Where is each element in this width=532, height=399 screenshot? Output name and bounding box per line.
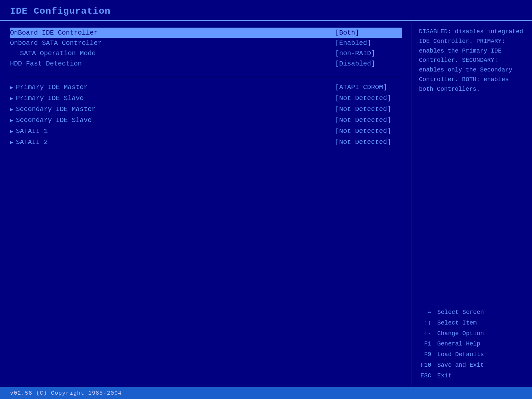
key-legend: ↔Select Screen↑↓Select Item+-Change Opti… [419, 308, 525, 381]
key-row-5: F10Save and Exit [419, 361, 525, 370]
key-sym-5: F10 [419, 361, 437, 370]
submenu-arrow-4: ▶ [10, 128, 13, 135]
key-sym-2: +- [419, 329, 437, 338]
submenu-row-1[interactable]: ▶Primary IDE Slave[Not Detected] [10, 93, 402, 104]
key-desc-2: Change Option [437, 329, 525, 338]
key-row-4: F9Load Defaults [419, 350, 525, 359]
key-sym-0: ↔ [419, 308, 437, 317]
config-row-0[interactable]: OnBoard IDE Controller[Both] [10, 28, 402, 38]
submenu-label-4: SATAII 1 [16, 127, 329, 135]
submenu-value-3: [Not Detected] [329, 116, 402, 124]
config-value-0: [Both] [329, 29, 402, 37]
key-desc-6: Exit [437, 371, 525, 381]
key-row-2: +-Change Option [419, 329, 525, 338]
key-row-6: ESCExit [419, 371, 525, 381]
submenu-row-2[interactable]: ▶Secondary IDE Master[Not Detected] [10, 104, 402, 115]
config-row-3[interactable]: HDD Fast Detection[Disabled] [10, 59, 402, 69]
submenu-label-2: Secondary IDE Master [16, 105, 329, 113]
key-sym-3: F1 [419, 339, 437, 349]
submenu-arrow-1: ▶ [10, 95, 13, 102]
submenu-label-5: SATAII 2 [16, 138, 329, 146]
submenu-label-1: Primary IDE Slave [16, 94, 329, 102]
submenu-value-1: [Not Detected] [329, 94, 402, 102]
footer: v02.58 (C) Copyright 1985-2004 [0, 387, 532, 399]
config-row-1[interactable]: Onboard SATA Controller[Enabled] [10, 38, 402, 48]
key-row-0: ↔Select Screen [419, 308, 525, 317]
config-row-2[interactable]: SATA Operation Mode[non-RAID] [10, 48, 402, 59]
submenu-arrow-3: ▶ [10, 117, 13, 124]
key-desc-0: Select Screen [437, 308, 525, 317]
submenu-value-5: [Not Detected] [329, 138, 402, 146]
submenu-row-3[interactable]: ▶Secondary IDE Slave[Not Detected] [10, 115, 402, 126]
submenu-value-4: [Not Detected] [329, 127, 402, 135]
config-label-2: SATA Operation Mode [10, 50, 329, 57]
submenu-arrow-5: ▶ [10, 139, 13, 146]
key-desc-1: Select Item [437, 319, 525, 328]
key-sym-1: ↑↓ [419, 319, 437, 328]
key-desc-5: Save and Exit [437, 361, 525, 370]
config-value-2: [non-RAID] [329, 50, 402, 57]
right-panel: DISABLED: disables integrated IDE Contro… [412, 21, 532, 387]
key-sym-6: ESC [419, 371, 437, 381]
bios-screen: IDE Configuration OnBoard IDE Controller… [0, 0, 532, 399]
key-row-3: F1General Help [419, 339, 525, 349]
config-label-1: Onboard SATA Controller [10, 39, 329, 47]
submenu-label-3: Secondary IDE Slave [16, 116, 329, 124]
submenu-section: ▶Primary IDE Master[ATAPI CDROM]▶Primary… [10, 82, 402, 148]
left-panel: OnBoard IDE Controller[Both]Onboard SATA… [0, 21, 412, 387]
config-section: OnBoard IDE Controller[Both]Onboard SATA… [10, 28, 402, 69]
main-content: OnBoard IDE Controller[Both]Onboard SATA… [0, 21, 532, 387]
help-text: DISABLED: disables integrated IDE Contro… [419, 27, 525, 94]
key-desc-4: Load Defaults [437, 350, 525, 359]
divider [10, 77, 402, 77]
submenu-arrow-0: ▶ [10, 84, 13, 91]
key-sym-4: F9 [419, 350, 437, 359]
submenu-value-0: [ATAPI CDROM] [329, 83, 402, 91]
config-value-1: [Enabled] [329, 39, 402, 47]
config-label-0: OnBoard IDE Controller [10, 29, 329, 37]
submenu-row-0[interactable]: ▶Primary IDE Master[ATAPI CDROM] [10, 82, 402, 93]
key-row-1: ↑↓Select Item [419, 319, 525, 328]
config-value-3: [Disabled] [329, 60, 402, 67]
submenu-row-5[interactable]: ▶SATAII 2[Not Detected] [10, 137, 402, 148]
submenu-label-0: Primary IDE Master [16, 83, 329, 91]
config-label-3: HDD Fast Detection [10, 60, 329, 67]
submenu-arrow-2: ▶ [10, 106, 13, 113]
submenu-value-2: [Not Detected] [329, 105, 402, 113]
submenu-row-4[interactable]: ▶SATAII 1[Not Detected] [10, 126, 402, 137]
page-title: IDE Configuration [0, 0, 532, 21]
key-desc-3: General Help [437, 339, 525, 349]
